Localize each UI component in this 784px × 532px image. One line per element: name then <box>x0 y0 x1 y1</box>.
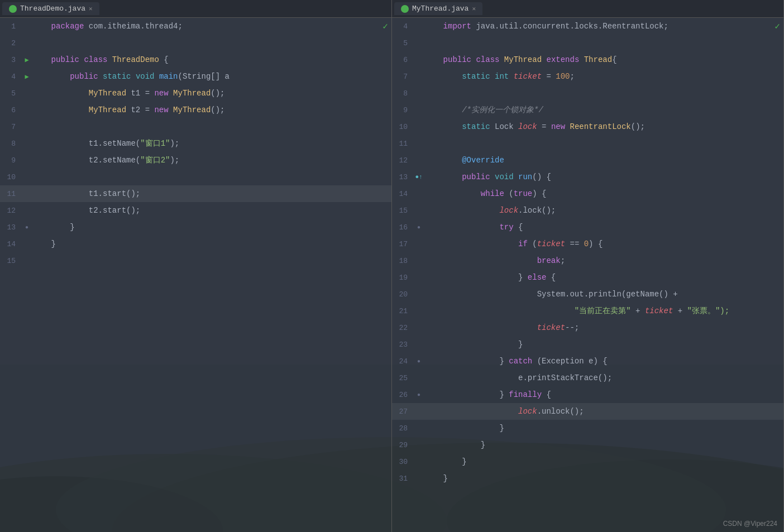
line-number: 29 <box>392 441 413 449</box>
tab-mythread-label: MyThread.java <box>412 4 469 13</box>
line-number: 25 <box>392 374 413 382</box>
tab-threaddemo[interactable]: ThreadDemo.java ✕ <box>2 2 99 15</box>
line-content: lock.lock(); <box>424 202 783 219</box>
code-line: 9 t2.setName("窗口2"); <box>0 152 391 169</box>
code-line: 15 <box>0 252 391 269</box>
code-line: 24● } catch (Exception e) { <box>392 353 783 370</box>
left-panel: ThreadDemo.java ✕ 1 package com.itheima.… <box>0 0 392 532</box>
code-line: 4 import java.util.concurrent.locks.Reen… <box>392 18 783 35</box>
line-content: } catch (Exception e) { <box>424 353 783 370</box>
line-content: import java.util.concurrent.locks.Reentr… <box>424 18 783 35</box>
line-number: 14 <box>392 190 413 198</box>
line-content: } <box>424 336 783 353</box>
line-content: e.printStackTrace(); <box>424 370 783 386</box>
line-content: @Override <box>424 152 783 169</box>
line-number: 14 <box>0 240 21 248</box>
line-content: } <box>424 437 783 453</box>
line-number: 4 <box>392 22 413 31</box>
line-number: 5 <box>0 89 21 98</box>
line-content: System.out.println(getName() + <box>424 286 783 303</box>
line-number: 27 <box>392 408 413 416</box>
line-content: } <box>424 420 783 437</box>
breakpoint-indicator: ●↑ <box>415 174 422 180</box>
line-content: } <box>32 236 391 252</box>
code-line: 6 MyThread t2 = new MyThread(); <box>0 102 391 118</box>
fold-icon: ● <box>25 224 28 231</box>
line-number: 6 <box>392 56 413 64</box>
close-tab-button-right[interactable]: ✕ <box>472 5 476 12</box>
code-line: 19 } else { <box>392 269 783 286</box>
code-line: 8 t1.setName("窗口1"); <box>0 135 391 152</box>
line-content: public void run() { <box>424 169 783 185</box>
tab-threaddemo-label: ThreadDemo.java <box>20 4 85 13</box>
line-number: 11 <box>392 140 413 148</box>
code-line: 11 t1.start(); <box>0 185 391 202</box>
code-line: 14 } <box>0 236 391 252</box>
close-tab-button[interactable]: ✕ <box>89 5 93 12</box>
code-line: 22 ticket--; <box>392 319 783 336</box>
code-line: 13● } <box>0 219 391 236</box>
code-line: 4▶ public static void main(String[] a <box>0 68 391 85</box>
line-number: 12 <box>392 156 413 165</box>
line-number: 20 <box>392 290 413 299</box>
line-gutter: ▶ <box>21 73 32 81</box>
right-panel: MyThread.java ✕ 4 import java.util.concu… <box>392 0 784 532</box>
line-number: 11 <box>0 190 21 198</box>
line-gutter: ●↑ <box>413 174 424 180</box>
code-line: 7 static int ticket = 100; <box>392 68 783 85</box>
line-number: 13 <box>0 223 21 232</box>
code-line: 8 <box>392 85 783 102</box>
line-content: lock.unlock(); <box>424 403 783 420</box>
line-number: 15 <box>0 257 21 265</box>
line-content: } else { <box>424 269 783 286</box>
line-content: t1.setName("窗口1"); <box>32 135 391 152</box>
left-code-area: 1 package com.itheima.thread4;✓23▶ publi… <box>0 18 391 532</box>
right-code-area: 4 import java.util.concurrent.locks.Reen… <box>392 18 783 532</box>
code-line: 15 lock.lock(); <box>392 202 783 219</box>
code-line: 6 public class MyThread extends Thread{ <box>392 51 783 68</box>
code-line: 16● try { <box>392 219 783 236</box>
code-line: 1 package com.itheima.thread4;✓ <box>0 18 391 35</box>
line-content: t2.start(); <box>32 202 391 219</box>
tab-mythread[interactable]: MyThread.java ✕ <box>394 2 482 15</box>
line-number: 12 <box>0 207 21 215</box>
code-line: 3▶ public class ThreadDemo { <box>0 51 391 68</box>
line-number: 21 <box>392 307 413 315</box>
line-content: } <box>424 453 783 470</box>
java-file-icon <box>9 5 17 13</box>
code-line: 31 } <box>392 470 783 487</box>
code-line: 9 /*实例化一个锁对象*/ <box>392 102 783 118</box>
code-line: 10 <box>0 169 391 185</box>
line-number: 13 <box>392 173 413 181</box>
line-number: 6 <box>0 106 21 114</box>
line-number: 24 <box>392 357 413 366</box>
java-file-icon-right <box>401 5 409 13</box>
code-line: 5 MyThread t1 = new MyThread(); <box>0 85 391 102</box>
line-number: 8 <box>0 140 21 148</box>
run-arrow-icon: ▶ <box>25 56 28 64</box>
code-line: 17 if (ticket == 0) { <box>392 236 783 252</box>
line-gutter: ● <box>413 358 424 365</box>
line-number: 18 <box>392 257 413 265</box>
line-number: 9 <box>0 156 21 165</box>
line-gutter: ● <box>413 392 424 398</box>
line-content: public class ThreadDemo { <box>32 51 391 68</box>
line-number: 7 <box>392 73 413 81</box>
code-line: 25 e.printStackTrace(); <box>392 370 783 386</box>
code-line: 11 <box>392 135 783 152</box>
line-content: } <box>424 470 783 487</box>
code-line: 2 <box>0 35 391 51</box>
right-tab-bar: MyThread.java ✕ <box>392 0 783 18</box>
line-content: package com.itheima.thread4; <box>32 18 391 35</box>
line-number: 31 <box>392 475 413 483</box>
code-line: 14 while (true) { <box>392 185 783 202</box>
line-content: "当前正在卖第" + ticket + "张票。"); <box>424 303 783 319</box>
code-line: 10 static Lock lock = new ReentrantLock(… <box>392 118 783 135</box>
line-number: 9 <box>392 106 413 114</box>
line-number: 1 <box>0 22 21 31</box>
code-line: 30 } <box>392 453 783 470</box>
line-number: 26 <box>392 391 413 399</box>
line-number: 10 <box>0 173 21 181</box>
run-arrow-icon: ▶ <box>25 73 28 81</box>
line-content: static int ticket = 100; <box>424 68 783 85</box>
